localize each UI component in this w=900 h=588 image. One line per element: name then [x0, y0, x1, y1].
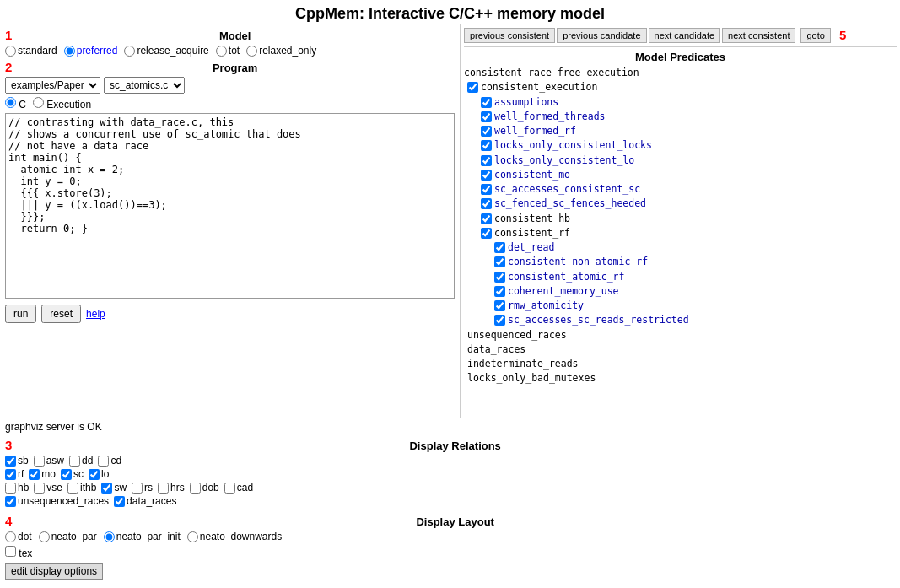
predicate-checkbox[interactable] — [481, 213, 492, 224]
relation-checkbox-label-dob[interactable]: dob — [190, 482, 219, 494]
examples-dropdown[interactable]: examples/Paper — [5, 77, 100, 94]
predicate-item[interactable]: assumptions — [464, 95, 897, 110]
run-button[interactable]: run — [5, 305, 36, 323]
predicate-checkbox[interactable] — [494, 272, 505, 283]
predicate-checkbox[interactable] — [481, 140, 492, 151]
predicate-item[interactable]: well_formed_threads — [464, 110, 897, 124]
relation-checkbox-label-ithb[interactable]: ithb — [67, 482, 96, 494]
relation-checkbox-label-dd[interactable]: dd — [69, 455, 93, 467]
predicate-checkbox[interactable] — [494, 242, 505, 253]
prev-consistent-button[interactable]: previous consistent — [464, 28, 555, 43]
relation-checkbox-vse[interactable] — [34, 483, 45, 494]
relation-checkbox-label-rf[interactable]: rf — [5, 468, 24, 480]
predicate-checkbox[interactable] — [494, 256, 505, 267]
relation-checkbox-label-unsequenced_races[interactable]: unsequenced_races — [5, 495, 109, 507]
relation-checkbox-cd[interactable] — [98, 456, 109, 467]
relation-checkbox-rf[interactable] — [5, 469, 16, 480]
layout-radio-dot[interactable] — [5, 531, 16, 542]
predicate-checkbox[interactable] — [494, 286, 505, 297]
model-radio-release-acquire[interactable]: release_acquire — [124, 45, 208, 57]
predicate-item[interactable]: consistent_rf — [464, 226, 897, 240]
label-3: 3 — [5, 438, 12, 452]
relation-checkbox-mo[interactable] — [29, 469, 40, 480]
relation-checkbox-label-rs[interactable]: rs — [132, 482, 153, 494]
relation-checkbox-dob[interactable] — [190, 483, 201, 494]
predicate-item[interactable]: consistent_hb — [464, 212, 897, 226]
predicate-item[interactable]: locks_only_consistent_lo — [464, 154, 897, 168]
layout-radio-label-neato_par_init[interactable]: neato_par_init — [104, 531, 181, 542]
help-link[interactable]: help — [86, 308, 105, 320]
predicate-checkbox[interactable] — [481, 228, 492, 239]
reset-button[interactable]: reset — [41, 305, 81, 323]
predicate-checkbox[interactable] — [481, 155, 492, 166]
relation-checkbox-data_races[interactable] — [114, 496, 125, 507]
model-radio-preferred[interactable]: preferred — [64, 45, 118, 57]
file-dropdown[interactable]: sc_atomics.c — [104, 77, 185, 94]
predicate-item[interactable]: consistent_atomic_rf — [464, 270, 897, 284]
predicate-checkbox[interactable] — [467, 82, 478, 93]
goto-button[interactable]: goto — [800, 28, 830, 43]
prev-candidate-button[interactable]: previous candidate — [557, 28, 646, 43]
relation-checkbox-label-hb[interactable]: hb — [5, 482, 29, 494]
model-radio-tot[interactable]: tot — [216, 45, 240, 57]
relation-checkbox-asw[interactable] — [34, 456, 45, 467]
predicate-item[interactable]: coherent_memory_use — [464, 284, 897, 299]
relation-checkbox-label-cd[interactable]: cd — [98, 455, 121, 467]
model-radio-standard[interactable]: standard — [5, 45, 57, 57]
view-radio-execution[interactable]: Execution — [33, 97, 91, 111]
layout-radio-label-dot[interactable]: dot — [5, 531, 32, 542]
relation-checkbox-lo[interactable] — [89, 469, 100, 480]
next-candidate-button[interactable]: next candidate — [649, 28, 721, 43]
predicate-item[interactable]: sc_accesses_sc_reads_restricted — [464, 313, 897, 327]
predicate-item[interactable]: locks_only_consistent_locks — [464, 138, 897, 153]
predicate-checkbox[interactable] — [481, 111, 492, 122]
predicate-item[interactable]: sc_fenced_sc_fences_heeded — [464, 197, 897, 211]
predicate-checkbox[interactable] — [481, 184, 492, 195]
predicate-item[interactable]: consistent_mo — [464, 168, 897, 182]
code-editor[interactable]: // contrasting with data_race.c, this //… — [5, 113, 455, 299]
layout-radio-neato_downwards[interactable] — [187, 531, 198, 542]
relation-checkbox-hb[interactable] — [5, 483, 16, 494]
relation-checkbox-cad[interactable] — [224, 483, 235, 494]
predicate-checkbox[interactable] — [494, 300, 505, 311]
tex-checkbox[interactable] — [5, 546, 16, 557]
predicate-item[interactable]: consistent_execution — [464, 80, 897, 94]
predicate-checkbox[interactable] — [481, 97, 492, 108]
predicate-item[interactable]: sc_accesses_consistent_sc — [464, 182, 897, 197]
relation-checkbox-sw[interactable] — [101, 483, 112, 494]
relation-checkbox-label-data_races[interactable]: data_races — [114, 495, 176, 507]
predicate-checkbox[interactable] — [481, 126, 492, 137]
relation-checkbox-sb[interactable] — [5, 456, 16, 467]
edit-display-options-button[interactable]: edit display options — [5, 563, 103, 580]
relation-checkbox-sc[interactable] — [61, 469, 72, 480]
predicate-checkbox[interactable] — [481, 170, 492, 181]
tex-checkbox-label[interactable]: tex — [5, 546, 32, 559]
relation-checkbox-label-vse[interactable]: vse — [34, 482, 62, 494]
relation-checkbox-label-asw[interactable]: asw — [34, 455, 64, 467]
layout-radio-neato_par_init[interactable] — [104, 531, 115, 542]
relation-checkbox-label-sb[interactable]: sb — [5, 455, 29, 467]
model-radio-relaxed-only[interactable]: relaxed_only — [246, 45, 316, 57]
relation-checkbox-label-sw[interactable]: sw — [101, 482, 127, 494]
relation-checkbox-ithb[interactable] — [67, 483, 78, 494]
predicate-checkbox[interactable] — [494, 315, 505, 326]
relation-checkbox-rs[interactable] — [132, 483, 143, 494]
layout-radio-neato_par[interactable] — [39, 531, 50, 542]
predicate-checkbox[interactable] — [481, 198, 492, 209]
next-consistent-button[interactable]: next consistent — [722, 28, 795, 43]
relation-checkbox-label-sc[interactable]: sc — [61, 468, 84, 480]
relation-checkbox-hrs[interactable] — [158, 483, 169, 494]
relation-checkbox-label-mo[interactable]: mo — [29, 468, 56, 480]
predicate-item[interactable]: rmw_atomicity — [464, 299, 897, 313]
predicate-item[interactable]: det_read — [464, 240, 897, 255]
predicate-item[interactable]: well_formed_rf — [464, 124, 897, 138]
view-radio-c[interactable]: C — [5, 97, 26, 111]
relation-checkbox-label-cad[interactable]: cad — [224, 482, 253, 494]
layout-radio-label-neato_downwards[interactable]: neato_downwards — [187, 531, 282, 542]
layout-radio-label-neato_par[interactable]: neato_par — [39, 531, 97, 542]
relation-checkbox-unsequenced_races[interactable] — [5, 496, 16, 507]
predicate-item[interactable]: consistent_non_atomic_rf — [464, 255, 897, 269]
relation-checkbox-dd[interactable] — [69, 456, 80, 467]
relation-checkbox-label-lo[interactable]: lo — [89, 468, 109, 480]
relation-checkbox-label-hrs[interactable]: hrs — [158, 482, 185, 494]
